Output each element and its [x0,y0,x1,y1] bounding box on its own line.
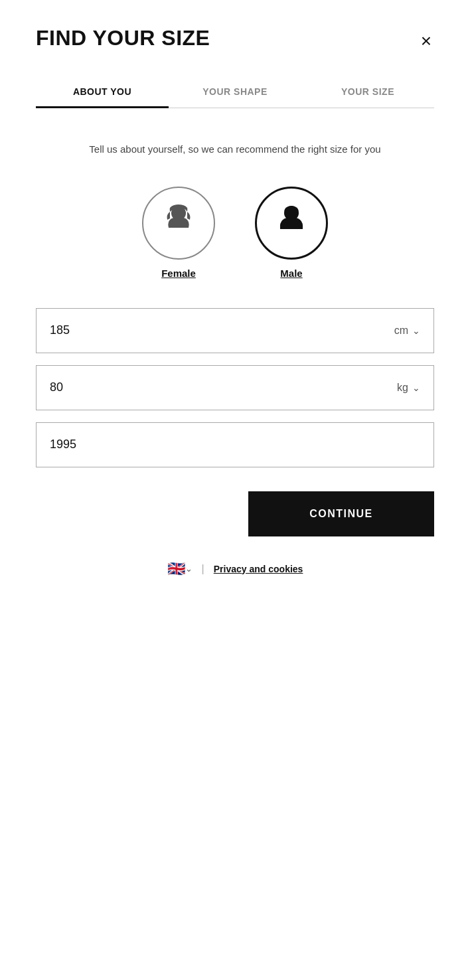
female-silhouette-icon [155,200,202,246]
page-title: FIND YOUR SIZE [36,27,210,50]
language-chevron-icon: ⌄ [185,564,193,574]
height-unit: cm [394,325,408,337]
gender-option-male[interactable]: Male [255,187,328,279]
language-selector[interactable]: 🇬🇧 ⌄ [167,560,193,578]
height-chevron-icon: ⌄ [412,325,420,336]
female-label: Female [161,268,196,279]
description-text: Tell us about yourself, so we can recomm… [36,141,434,157]
gender-option-female[interactable]: Female [142,187,215,279]
tab-your-shape[interactable]: YOUR SHAPE [169,86,301,108]
continue-button[interactable]: CONTINUE [248,491,434,536]
tabs-bar: ABOUT YOU YOUR SHAPE YOUR SIZE [36,86,434,108]
weight-unit: kg [397,382,408,394]
close-button[interactable]: × [418,29,434,53]
page-container: FIND YOUR SIZE × ABOUT YOU YOUR SHAPE YO… [0,0,470,980]
birth-year-input-row[interactable]: 1995 [36,422,434,467]
height-input-row[interactable]: 185 cm ⌄ [36,308,434,353]
privacy-link[interactable]: Privacy and cookies [214,564,303,574]
male-silhouette-icon [268,200,315,246]
male-label: Male [280,268,302,279]
weight-input-row[interactable]: 80 kg ⌄ [36,365,434,410]
tab-your-size[interactable]: YOUR SIZE [301,86,434,108]
birth-year-value: 1995 [50,438,420,451]
male-icon-circle [255,187,328,260]
flag-icon: 🇬🇧 [167,560,185,578]
weight-unit-selector[interactable]: kg ⌄ [397,382,420,394]
height-value: 185 [50,323,394,337]
weight-chevron-icon: ⌄ [412,382,420,393]
inputs-section: 185 cm ⌄ 80 kg ⌄ 1995 [36,308,434,467]
height-unit-selector[interactable]: cm ⌄ [394,325,420,337]
gender-selection: Female Male [36,187,434,279]
footer-divider: | [202,563,204,575]
female-icon-circle [142,187,215,260]
tab-about-you[interactable]: ABOUT YOU [36,86,169,108]
continue-button-container: CONTINUE [36,491,434,536]
weight-value: 80 [50,380,397,394]
footer: 🇬🇧 ⌄ | Privacy and cookies [36,560,434,578]
header: FIND YOUR SIZE × [36,27,434,53]
